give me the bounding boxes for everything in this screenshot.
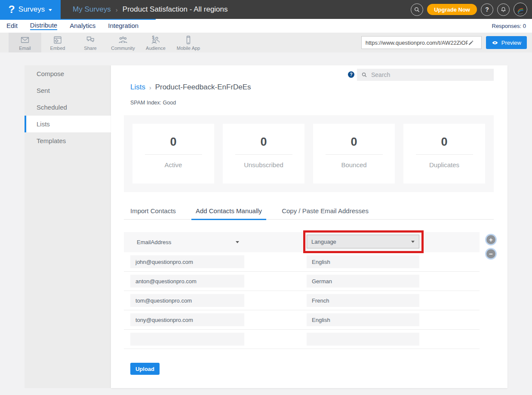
- selected-field-label: EmailAddress: [137, 239, 171, 245]
- channel-label: Audience: [146, 46, 166, 51]
- channel-community[interactable]: Community: [107, 33, 139, 52]
- language-input[interactable]: [307, 275, 419, 288]
- add-row-button[interactable]: +: [486, 235, 495, 244]
- questionpro-logo-icon: ?: [8, 5, 15, 15]
- question-mark-icon: ?: [485, 6, 489, 13]
- channel-toolbar: Email Embed Share Community $ Audience M…: [0, 33, 532, 52]
- share-icon: [85, 35, 95, 45]
- responses-count[interactable]: Responses: 0: [492, 23, 526, 29]
- channel-mobile-app[interactable]: Mobile App: [172, 33, 205, 52]
- stat-card-active: 0 Active: [132, 124, 214, 184]
- remove-row-button[interactable]: −: [486, 249, 495, 258]
- product-name: Surveys: [18, 5, 45, 14]
- audience-icon: $: [151, 35, 161, 45]
- sidebar-item-sent[interactable]: Sent: [25, 82, 111, 99]
- channel-embed[interactable]: Embed: [41, 33, 74, 52]
- brand-swoosh-icon: [515, 4, 526, 15]
- language-input[interactable]: [307, 313, 419, 326]
- search-icon: [414, 6, 420, 13]
- divider: [326, 154, 383, 155]
- selected-field-label: Language: [311, 239, 336, 245]
- channel-label: Embed: [50, 46, 65, 51]
- svg-text:$: $: [152, 35, 155, 40]
- product-switcher[interactable]: ? Surveys: [0, 0, 61, 19]
- field-selector-row: EmailAddress: [124, 232, 480, 252]
- contact-search-field[interactable]: [357, 69, 494, 81]
- stat-card-duplicates: 0 Duplicates: [403, 124, 485, 184]
- email-input[interactable]: [130, 275, 244, 288]
- stat-card-bounced: 0 Bounced: [313, 124, 395, 184]
- language-input[interactable]: [307, 255, 419, 268]
- notifications-button[interactable]: [497, 3, 510, 16]
- upload-button[interactable]: Upload: [130, 363, 160, 375]
- eye-icon: [492, 40, 498, 46]
- content-area: Compose Sent Scheduled Lists Templates ?…: [0, 52, 532, 395]
- tab-import-contacts[interactable]: Import Contacts: [126, 207, 180, 220]
- mobile-app-icon: [183, 35, 194, 45]
- survey-url-input[interactable]: [366, 40, 468, 46]
- contact-row: [124, 291, 480, 310]
- channel-audience[interactable]: $ Audience: [139, 33, 172, 52]
- pencil-icon[interactable]: [468, 40, 474, 46]
- lists-breadcrumb: Lists › Product-Feedback-EnFrDeEs: [130, 83, 251, 92]
- language-input[interactable]: [307, 294, 419, 307]
- email-input[interactable]: [130, 255, 244, 268]
- help-badge-icon[interactable]: ?: [348, 71, 354, 78]
- email-input[interactable]: [130, 313, 244, 326]
- contact-search-input[interactable]: [371, 71, 489, 78]
- list-name: Product-Feedback-EnFrDeEs: [155, 83, 251, 92]
- contact-row: [124, 252, 480, 272]
- language-input[interactable]: [307, 333, 419, 346]
- email-field-selector[interactable]: EmailAddress: [130, 236, 244, 249]
- upgrade-now-button[interactable]: Upgrade Now: [427, 4, 477, 15]
- survey-link-group: Preview: [361, 36, 527, 49]
- email-input[interactable]: [130, 294, 244, 307]
- channel-label: Email: [19, 46, 31, 51]
- highlight-annotation: Language: [303, 230, 424, 253]
- stat-value: 0: [403, 135, 485, 149]
- sidebar-item-compose[interactable]: Compose: [25, 65, 111, 82]
- stat-label: Duplicates: [403, 161, 485, 168]
- breadcrumb-my-surveys[interactable]: My Surveys: [73, 5, 111, 14]
- bell-icon: [500, 6, 507, 13]
- channel-share[interactable]: Share: [74, 33, 107, 52]
- email-input[interactable]: [130, 333, 244, 346]
- app-screen: ? Surveys My Surveys › Product Satisfact…: [0, 0, 532, 395]
- chevron-down-icon: [236, 241, 239, 243]
- nav-tab-distribute[interactable]: Distribute: [30, 21, 57, 30]
- survey-url-field[interactable]: [361, 36, 482, 49]
- breadcrumb-lists-link[interactable]: Lists: [130, 83, 145, 92]
- spam-index-value: Good: [163, 100, 176, 106]
- channel-label: Share: [84, 46, 96, 51]
- contact-row: [124, 310, 480, 330]
- chevron-down-icon: [49, 9, 52, 11]
- sidebar-item-scheduled[interactable]: Scheduled: [25, 99, 111, 116]
- survey-nav: Edit Distribute Analytics Integration Re…: [0, 19, 532, 33]
- account-avatar[interactable]: [514, 3, 527, 16]
- survey-title: Product Satisfaction - All regions: [123, 5, 228, 14]
- chevron-down-icon: [411, 241, 415, 243]
- nav-tab-analytics[interactable]: Analytics: [70, 22, 95, 30]
- spam-index-label: SPAM Index:: [130, 100, 161, 106]
- sidebar-item-lists[interactable]: Lists: [25, 116, 111, 132]
- email-sidebar: Compose Sent Scheduled Lists Templates: [25, 65, 111, 388]
- channel-email[interactable]: Email: [9, 33, 41, 52]
- sidebar-item-templates[interactable]: Templates: [25, 132, 111, 149]
- list-stats: 0 Active 0 Unsubscribed 0 Bounced 0: [124, 115, 494, 192]
- divider: [235, 154, 292, 155]
- breadcrumb-separator: ›: [149, 84, 151, 91]
- stat-label: Active: [132, 161, 214, 168]
- search-icon: [361, 72, 367, 78]
- help-button[interactable]: ?: [481, 3, 493, 16]
- nav-tab-edit[interactable]: Edit: [6, 22, 18, 30]
- contact-row: [124, 330, 480, 349]
- tab-add-contacts-manually[interactable]: Add Contacts Manually: [191, 207, 266, 220]
- language-field-selector[interactable]: Language: [307, 235, 419, 248]
- contacts-tabs: Import Contacts Add Contacts Manually Co…: [124, 207, 494, 220]
- nav-tab-integration[interactable]: Integration: [108, 22, 138, 30]
- contact-row: [124, 272, 480, 291]
- preview-button[interactable]: Preview: [486, 36, 527, 49]
- lists-panel: ? Lists › Product-Feedback-EnFrDeEs SPAM…: [111, 65, 507, 388]
- tab-copy-paste-emails[interactable]: Copy / Paste Email Addresses: [277, 207, 373, 220]
- search-button[interactable]: [411, 3, 423, 16]
